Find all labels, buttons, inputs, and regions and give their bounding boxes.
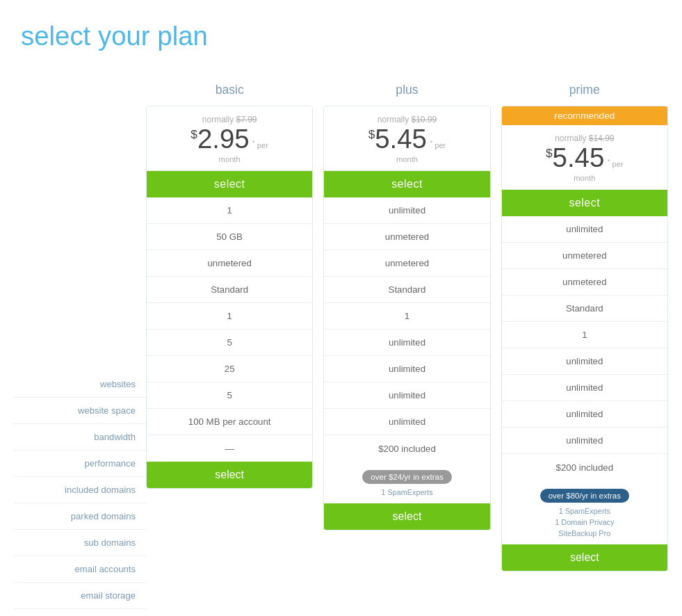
plan-basic-select-top[interactable]: select <box>147 171 312 197</box>
feature-label-performance: performance <box>14 451 146 477</box>
plan-plus-marketing: $200 included <box>324 435 489 462</box>
plan-basic-card: normally $7.99 $2.95 * permonth select 1… <box>146 106 313 489</box>
plan-basic-space: 50 GB <box>147 224 312 250</box>
plan-prime-included-domains: 1 <box>502 322 667 348</box>
plan-plus-websites: unlimited <box>324 197 489 224</box>
plan-plus-select-bottom[interactable]: select <box>324 503 489 530</box>
plan-prime-select-top[interactable]: select <box>502 190 667 216</box>
plan-basic-sub-domains: 25 <box>147 356 312 382</box>
plan-plus-pricing: normally $10.99 $5.45 * permonth <box>324 106 489 171</box>
plan-plus-email-accounts: unlimited <box>324 382 489 409</box>
plan-prime-email-storage: unlimited <box>502 428 667 454</box>
plan-prime-spamexperts: 1 SpamExperts <box>509 505 660 517</box>
plan-plus-extras-badge: over $24/yr in extras <box>362 470 451 484</box>
features-column: websites website space bandwidth perform… <box>14 79 146 616</box>
plan-prime-extras: over $80/yr in extras 1 SpamExperts 1 Do… <box>502 480 667 544</box>
plan-prime-marketing: $200 included <box>502 454 667 480</box>
feature-label-bandwidth: bandwidth <box>14 424 146 451</box>
plans-columns: basic normally $7.99 $2.95 * permonth se… <box>146 79 668 572</box>
plan-prime-parked-domains: unlimited <box>502 348 667 375</box>
plan-plus-price: $5.45 * permonth <box>331 126 482 165</box>
plan-basic-marketing: — <box>147 435 312 462</box>
plan-plus-spamexperts: 1 SpamExperts <box>331 487 482 498</box>
plan-basic-parked-domains: 5 <box>147 330 312 356</box>
plan-plus-extras: over $24/yr in extras 1 SpamExperts <box>324 462 489 503</box>
plan-basic-email-accounts: 5 <box>147 382 312 409</box>
plan-plus-parked-domains: unlimited <box>324 330 489 356</box>
plan-plus-card: normally $10.99 $5.45 * permonth select … <box>323 106 490 530</box>
plan-prime: prime recommended normally $14.99 $5.45 … <box>501 79 668 572</box>
feature-label-sub-domains: sub domains <box>14 530 146 556</box>
feature-label-marketing-offers: marketing offers <box>14 609 146 616</box>
plan-prime-space: unmetered <box>502 243 667 269</box>
plan-prime-features: unlimited unmetered unmetered Standard 1… <box>502 216 667 480</box>
feature-label-email-accounts: email accounts <box>14 556 146 583</box>
plan-prime-email-accounts: unlimited <box>502 401 667 428</box>
feature-label-websites: websites <box>14 371 146 398</box>
feature-label-website-space: website space <box>14 398 146 424</box>
feature-label-included-domains: included domains <box>14 477 146 503</box>
plan-plus-normally: normally $10.99 <box>331 115 482 124</box>
plan-plus-space: unmetered <box>324 224 489 250</box>
plan-prime-websites: unlimited <box>502 216 667 243</box>
plan-prime-recommended-badge: recommended <box>502 106 667 125</box>
plan-basic-pricing: normally $7.99 $2.95 * permonth <box>147 106 312 171</box>
plan-basic-select-bottom[interactable]: select <box>147 462 312 488</box>
plan-plus-included-domains: 1 <box>324 303 489 330</box>
plan-basic-bandwidth: unmetered <box>147 250 312 277</box>
plan-prime-performance: Standard <box>502 295 667 322</box>
plan-prime-card: recommended normally $14.99 $5.45 * perm… <box>501 106 668 572</box>
plan-prime-sub-domains: unlimited <box>502 375 667 401</box>
plan-plus-email-storage: unlimited <box>324 409 489 435</box>
plan-prime-pricing: normally $14.99 $5.45 * permonth <box>502 125 667 190</box>
plan-plus-bandwidth: unmetered <box>324 250 489 277</box>
plan-basic-email-storage: 100 MB per account <box>147 409 312 435</box>
plan-prime-price: $5.45 * permonth <box>509 145 660 184</box>
plan-basic: basic normally $7.99 $2.95 * permonth se… <box>146 79 313 572</box>
feature-label-email-storage: email storage <box>14 583 146 609</box>
plan-prime-domain-privacy: 1 Domain Privacy <box>509 517 660 528</box>
plan-plus-select-top[interactable]: select <box>324 171 489 197</box>
plan-prime-extras-badge: over $80/yr in extras <box>540 489 629 503</box>
plan-plus-performance: Standard <box>324 277 489 303</box>
plan-basic-features: 1 50 GB unmetered Standard 1 5 25 5 100 … <box>147 197 312 462</box>
plan-prime-bandwidth: unmetered <box>502 269 667 295</box>
feature-label-parked-domains: parked domains <box>14 503 146 530</box>
plan-prime-name: prime <box>501 79 668 100</box>
plan-prime-normally: normally $14.99 <box>509 133 660 143</box>
plan-plus-sub-domains: unlimited <box>324 356 489 382</box>
plan-basic-websites: 1 <box>147 197 312 224</box>
plan-prime-sitebackup: SiteBackup Pro <box>509 528 660 539</box>
plan-plus: plus normally $10.99 $5.45 * permonth se… <box>323 79 490 572</box>
plan-basic-normally: normally $7.99 <box>154 115 305 124</box>
page-title: select your plan <box>14 21 668 51</box>
plan-basic-performance: Standard <box>147 277 312 303</box>
plan-basic-price: $2.95 * permonth <box>154 126 305 165</box>
plan-plus-name: plus <box>323 79 490 100</box>
plans-wrapper: websites website space bandwidth perform… <box>14 79 668 616</box>
plan-basic-name: basic <box>146 79 313 100</box>
feature-col-spacer <box>14 225 146 371</box>
plan-prime-select-bottom[interactable]: select <box>502 544 667 571</box>
plan-plus-features: unlimited unmetered unmetered Standard 1… <box>324 197 489 462</box>
plan-basic-included-domains: 1 <box>147 303 312 330</box>
